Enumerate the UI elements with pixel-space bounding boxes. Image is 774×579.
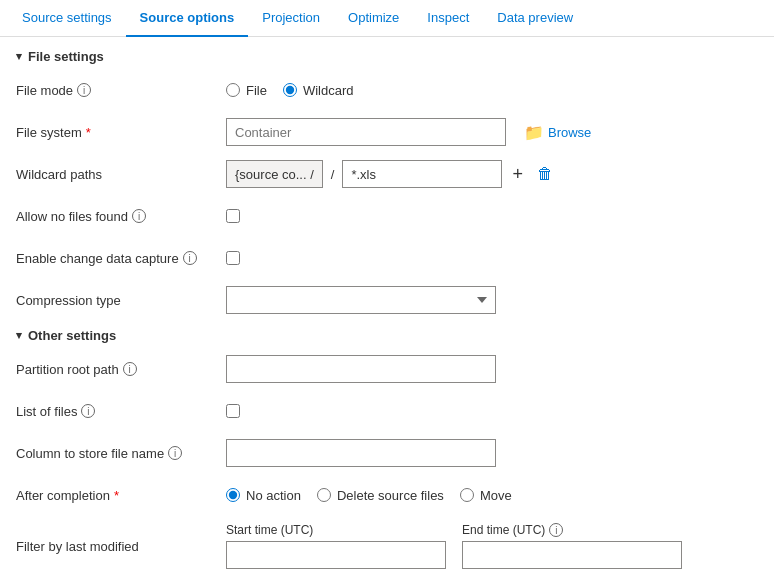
enable-change-data-checkbox[interactable] [226, 251, 240, 265]
file-mode-info-icon[interactable]: i [77, 83, 91, 97]
file-mode-wildcard-radio[interactable] [283, 83, 297, 97]
partition-root-path-info-icon[interactable]: i [123, 362, 137, 376]
list-of-files-row: List of files i [16, 397, 758, 425]
file-system-required: * [86, 125, 91, 140]
after-completion-delete-option[interactable]: Delete source files [317, 488, 444, 503]
after-completion-no-action-option[interactable]: No action [226, 488, 301, 503]
after-completion-move-option[interactable]: Move [460, 488, 512, 503]
end-time-label: End time (UTC) [462, 523, 545, 537]
allow-no-files-info-icon[interactable]: i [132, 209, 146, 223]
filter-by-last-modified-label: Filter by last modified [16, 539, 226, 554]
column-to-store-control [226, 439, 758, 467]
allow-no-files-control [226, 209, 758, 223]
column-to-store-input[interactable] [226, 439, 496, 467]
file-settings-label: File settings [28, 49, 104, 64]
browse-icon: 📁 [524, 123, 544, 142]
file-mode-label: File mode i [16, 83, 226, 98]
compression-type-select[interactable]: bzip2 gzip deflate [226, 286, 496, 314]
after-completion-delete-label: Delete source files [337, 488, 444, 503]
wildcard-paths-label: Wildcard paths [16, 167, 226, 182]
list-of-files-label: List of files i [16, 404, 226, 419]
filter-by-last-modified-control: Start time (UTC) End time (UTC) i [226, 523, 758, 569]
column-to-store-label: Column to store file name i [16, 446, 226, 461]
after-completion-label: After completion * [16, 488, 226, 503]
file-mode-wildcard-label: Wildcard [303, 83, 354, 98]
column-to-store-info-icon[interactable]: i [168, 446, 182, 460]
file-system-row: File system * 📁 Browse [16, 118, 758, 146]
file-system-label: File system * [16, 125, 226, 140]
file-mode-wildcard-option[interactable]: Wildcard [283, 83, 354, 98]
file-mode-row: File mode i File Wildcard [16, 76, 758, 104]
wildcard-paths-control: {source co... / / + 🗑 [226, 160, 758, 188]
tab-optimize[interactable]: Optimize [334, 0, 413, 37]
column-to-store-row: Column to store file name i [16, 439, 758, 467]
wildcard-input-row: {source co... / / + 🗑 [226, 160, 557, 188]
after-completion-delete-radio[interactable] [317, 488, 331, 502]
tab-projection[interactable]: Projection [248, 0, 334, 37]
list-of-files-control [226, 404, 758, 418]
enable-change-data-control [226, 251, 758, 265]
other-settings-header: ▾ Other settings [16, 328, 758, 343]
after-completion-move-label: Move [480, 488, 512, 503]
other-settings-chevron[interactable]: ▾ [16, 329, 22, 342]
end-time-input[interactable] [462, 541, 682, 569]
allow-no-files-checkbox[interactable] [226, 209, 240, 223]
end-time-info-icon[interactable]: i [549, 523, 563, 537]
other-settings-label: Other settings [28, 328, 116, 343]
browse-button[interactable]: 📁 Browse [514, 119, 601, 146]
after-completion-move-radio[interactable] [460, 488, 474, 502]
wildcard-delete-button[interactable]: 🗑 [533, 163, 557, 185]
partition-root-path-control [226, 355, 758, 383]
file-mode-file-radio[interactable] [226, 83, 240, 97]
compression-type-control: bzip2 gzip deflate [226, 286, 758, 314]
tab-inspect[interactable]: Inspect [413, 0, 483, 37]
enable-change-data-label: Enable change data capture i [16, 251, 226, 266]
file-settings-chevron[interactable]: ▾ [16, 50, 22, 63]
allow-no-files-label: Allow no files found i [16, 209, 226, 224]
after-completion-no-action-radio[interactable] [226, 488, 240, 502]
partition-root-path-label: Partition root path i [16, 362, 226, 377]
allow-no-files-row: Allow no files found i [16, 202, 758, 230]
enable-change-data-row: Enable change data capture i [16, 244, 758, 272]
wildcard-input[interactable] [342, 160, 502, 188]
filter-by-last-modified-row: Filter by last modified Start time (UTC)… [16, 523, 758, 569]
compression-type-row: Compression type bzip2 gzip deflate [16, 286, 758, 314]
file-system-input[interactable] [226, 118, 506, 146]
wildcard-add-button[interactable]: + [508, 162, 527, 187]
file-mode-control: File Wildcard [226, 83, 758, 98]
partition-root-path-row: Partition root path i [16, 355, 758, 383]
start-time-group: Start time (UTC) [226, 523, 446, 569]
file-mode-file-option[interactable]: File [226, 83, 267, 98]
wildcard-slash: / [329, 167, 337, 182]
after-completion-control: No action Delete source files Move [226, 488, 758, 503]
tab-source-settings[interactable]: Source settings [8, 0, 126, 37]
list-of-files-info-icon[interactable]: i [81, 404, 95, 418]
end-time-group: End time (UTC) i [462, 523, 682, 569]
wildcard-paths-row: Wildcard paths {source co... / / + 🗑 [16, 160, 758, 188]
tab-bar: Source settingsSource optionsProjectionO… [0, 0, 774, 37]
tab-source-options[interactable]: Source options [126, 0, 249, 37]
main-content: ▾ File settings File mode i File Wildcar… [0, 37, 774, 579]
after-completion-no-action-label: No action [246, 488, 301, 503]
tab-data-preview[interactable]: Data preview [483, 0, 587, 37]
enable-change-data-info-icon[interactable]: i [183, 251, 197, 265]
wildcard-prefix: {source co... / [226, 160, 323, 188]
partition-root-path-input[interactable] [226, 355, 496, 383]
start-time-input[interactable] [226, 541, 446, 569]
list-of-files-checkbox[interactable] [226, 404, 240, 418]
compression-type-label: Compression type [16, 293, 226, 308]
file-settings-header: ▾ File settings [16, 49, 758, 64]
after-completion-row: After completion * No action Delete sour… [16, 481, 758, 509]
file-mode-file-label: File [246, 83, 267, 98]
start-time-label: Start time (UTC) [226, 523, 446, 537]
after-completion-required: * [114, 488, 119, 503]
file-system-control: 📁 Browse [226, 118, 758, 146]
